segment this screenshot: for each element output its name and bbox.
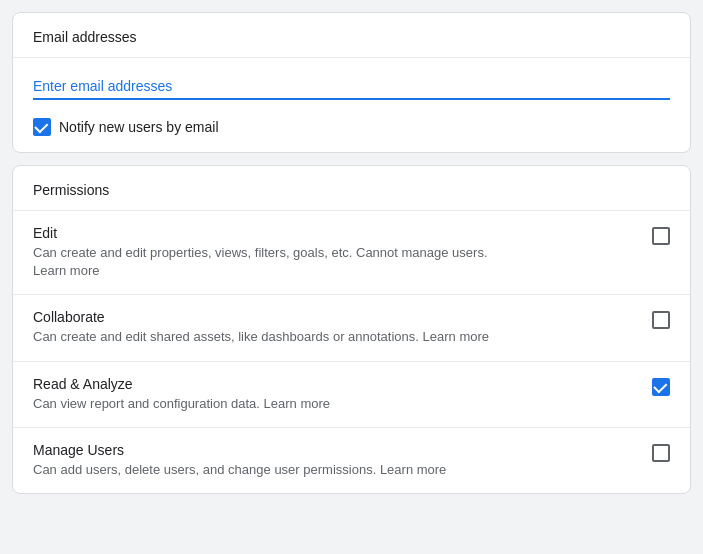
read-analyze-checkbox[interactable]: [652, 378, 670, 396]
permission-collaborate-name: Collaborate: [33, 309, 636, 325]
permission-read-analyze-text: Read & Analyze Can view report and confi…: [33, 376, 636, 413]
read-analyze-checkbox-wrapper: [652, 376, 670, 396]
collaborate-checkbox[interactable]: [652, 311, 670, 329]
email-input[interactable]: [33, 74, 670, 100]
permissions-header: Permissions: [13, 166, 690, 211]
notify-checkbox[interactable]: [33, 118, 51, 136]
manage-users-learn-more-link[interactable]: Learn more: [380, 462, 446, 477]
notify-label: Notify new users by email: [59, 119, 219, 135]
permission-edit-row: Edit Can create and edit properties, vie…: [13, 211, 690, 295]
manage-users-checkbox-wrapper: [652, 442, 670, 462]
email-input-area: [13, 58, 690, 108]
permission-read-analyze-name: Read & Analyze: [33, 376, 636, 392]
permission-manage-users-row: Manage Users Can add users, delete users…: [13, 428, 690, 493]
manage-users-checkbox[interactable]: [652, 444, 670, 462]
permission-read-analyze-row: Read & Analyze Can view report and confi…: [13, 362, 690, 428]
permission-collaborate-text: Collaborate Can create and edit shared a…: [33, 309, 636, 346]
permission-manage-users-name: Manage Users: [33, 442, 636, 458]
edit-checkbox[interactable]: [652, 227, 670, 245]
permission-manage-users-text: Manage Users Can add users, delete users…: [33, 442, 636, 479]
permissions-card: Permissions Edit Can create and edit pro…: [12, 165, 691, 494]
email-section-header: Email addresses: [13, 13, 690, 58]
permission-edit-name: Edit: [33, 225, 636, 241]
email-addresses-card: Email addresses Notify new users by emai…: [12, 12, 691, 153]
edit-learn-more-link[interactable]: Learn more: [33, 263, 99, 278]
notify-row: Notify new users by email: [13, 108, 690, 152]
permission-collaborate-desc: Can create and edit shared assets, like …: [33, 328, 636, 346]
read-analyze-learn-more-link[interactable]: Learn more: [264, 396, 330, 411]
permission-read-analyze-desc: Can view report and configuration data. …: [33, 395, 636, 413]
collaborate-learn-more-link[interactable]: Learn more: [423, 329, 489, 344]
permission-edit-text: Edit Can create and edit properties, vie…: [33, 225, 636, 280]
permission-edit-desc: Can create and edit properties, views, f…: [33, 244, 636, 280]
permission-collaborate-row: Collaborate Can create and edit shared a…: [13, 295, 690, 361]
collaborate-checkbox-wrapper: [652, 309, 670, 329]
edit-checkbox-wrapper: [652, 225, 670, 245]
permission-manage-users-desc: Can add users, delete users, and change …: [33, 461, 636, 479]
